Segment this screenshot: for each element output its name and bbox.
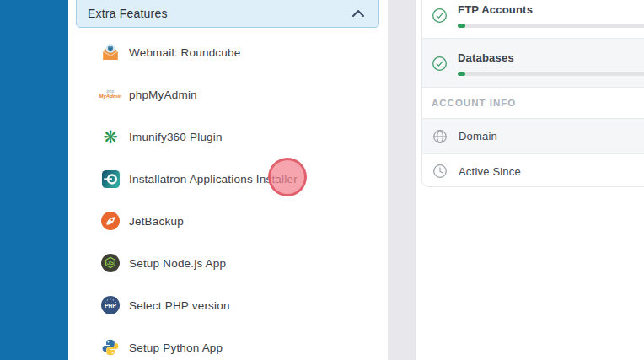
check-circle-icon: [432, 8, 448, 27]
control-panel-page: Extra Features Webmail: Roundcube: [0, 0, 644, 360]
sidebar-item-phpmyadmin[interactable]: php MyAdmin phpMyAdmin: [68, 73, 388, 116]
svg-text:PHP: PHP: [105, 303, 116, 309]
imunify360-icon: ❋: [100, 126, 121, 147]
extra-features-label: Extra Features: [88, 7, 168, 20]
features-sidebar: Extra Features Webmail: Roundcube: [68, 0, 388, 360]
sidebar-item-setup-python[interactable]: Setup Python App: [68, 326, 388, 360]
click-indicator: [268, 158, 307, 196]
account-info-heading: ACCOUNT INFO: [432, 98, 516, 108]
webmail-roundcube-icon: [100, 42, 121, 62]
info-label: Active Since: [459, 165, 521, 178]
account-info-section-header: ACCOUNT INFO: [422, 87, 644, 118]
databases-usage-progressbar: [458, 72, 644, 76]
sidebar-item-jetbackup[interactable]: JetBackup: [68, 200, 388, 242]
sidebar-item-label: Webmail: Roundcube: [129, 46, 240, 59]
sidebar-item-setup-nodejs[interactable]: JS Setup Node.js App: [68, 242, 388, 284]
chevron-up-icon[interactable]: [352, 9, 365, 18]
extra-features-section-toggle[interactable]: Extra Features: [76, 0, 379, 28]
left-nav-rail: [0, 0, 68, 360]
sidebar-item-label: Setup Python App: [129, 341, 223, 354]
sidebar-item-select-php-version[interactable]: PHP Select PHP version: [68, 284, 388, 326]
info-label: Domain: [459, 130, 497, 142]
nodejs-icon: JS: [100, 253, 121, 273]
sidebar-item-label: JetBackup: [129, 215, 184, 228]
info-row-active-since: Active Since: [422, 153, 644, 187]
account-stats-card: FTP Accounts Databases: [421, 0, 644, 187]
usage-label: Databases: [458, 51, 644, 64]
python-icon: [100, 337, 121, 357]
databases-usage-progress-fill: [458, 72, 465, 76]
sidebar-item-label: Select PHP version: [129, 299, 230, 312]
extra-features-list: Webmail: Roundcube php MyAdmin phpMyAdmi…: [68, 31, 388, 360]
clock-icon: [432, 164, 448, 179]
jetbackup-icon: [100, 211, 121, 231]
sidebar-item-label: phpMyAdmin: [129, 89, 197, 101]
sidebar-item-label: Setup Node.js App: [129, 257, 226, 270]
phpmyadmin-icon: php MyAdmin: [100, 84, 121, 105]
ftp-usage-progressbar: [458, 24, 644, 28]
sidebar-item-webmail-roundcube[interactable]: Webmail: Roundcube: [68, 31, 388, 73]
usage-label: FTP Accounts: [458, 3, 644, 16]
sidebar-item-label: Imunify360 Plugin: [129, 131, 223, 143]
php-icon: PHP: [100, 295, 121, 315]
svg-text:JS: JS: [107, 260, 115, 266]
ftp-usage-progress-fill: [458, 24, 465, 28]
check-circle-icon: [432, 56, 448, 75]
usage-row-ftp-accounts[interactable]: FTP Accounts: [422, 0, 644, 38]
installatron-icon: [100, 169, 121, 189]
globe-icon: [432, 129, 448, 144]
sidebar-item-imunify360[interactable]: ❋ Imunify360 Plugin: [68, 116, 388, 158]
sidebar-item-installatron[interactable]: Installatron Applications Installer: [68, 158, 388, 200]
stats-panel: FTP Accounts Databases: [416, 0, 644, 360]
usage-row-databases[interactable]: Databases: [422, 38, 644, 87]
info-row-domain: Domain: [422, 118, 644, 153]
panel-gap-background: [388, 0, 416, 360]
